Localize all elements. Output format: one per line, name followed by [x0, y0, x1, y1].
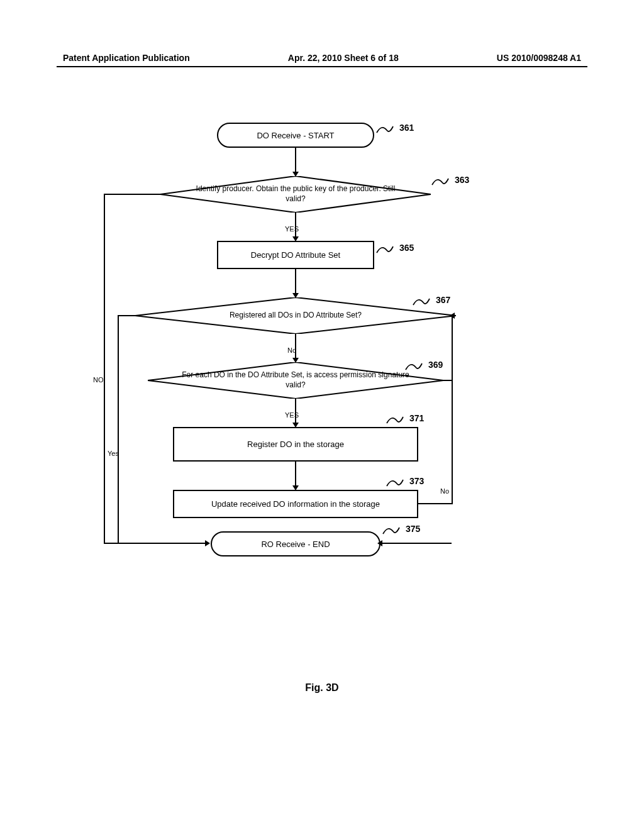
- ref-swoosh-375: [382, 525, 401, 536]
- process-365: Decrypt DO Attribute Set: [217, 241, 374, 269]
- edge-369-yes: YES: [285, 411, 299, 419]
- edge-363-no: NO: [93, 376, 104, 384]
- decision-363: Identify producer. Obtain the public key…: [160, 176, 431, 213]
- header-rule: [57, 66, 587, 67]
- terminator-start: DO Receive - START: [217, 123, 374, 148]
- ref-swoosh-371: [386, 414, 404, 426]
- ref-373: 373: [409, 476, 424, 486]
- flowchart-diagram: DO Receive - START 361 Identify producer…: [91, 123, 531, 670]
- node-373-text: Update received DO information in the st…: [211, 499, 380, 509]
- ref-361: 361: [399, 123, 414, 133]
- node-365-text: Decrypt DO Attribute Set: [251, 250, 340, 260]
- ref-swoosh-361: [375, 124, 394, 135]
- ref-swoosh-363: [431, 176, 450, 187]
- node-371-text: Register DO in the storage: [247, 440, 344, 449]
- ref-369: 369: [428, 360, 443, 370]
- ref-367: 367: [436, 295, 450, 305]
- edge-369-no: No: [440, 487, 449, 495]
- figure-caption: Fig. 3D: [0, 682, 644, 694]
- ref-375: 375: [406, 524, 420, 534]
- ref-363: 363: [455, 175, 469, 185]
- decision-367: Registered all DOs in DO Attribute Set?: [135, 297, 456, 334]
- ref-swoosh-365: [375, 244, 394, 255]
- header-center: Apr. 22, 2010 Sheet 6 of 18: [288, 53, 399, 63]
- ref-365: 365: [399, 243, 414, 253]
- process-373: Update received DO information in the st…: [173, 490, 418, 518]
- header-left: Patent Application Publication: [63, 53, 190, 63]
- node-369-text: For each DO in the DO Attribute Set, is …: [148, 370, 443, 390]
- edge-363-yes: YES: [285, 225, 299, 233]
- decision-369: For each DO in the DO Attribute Set, is …: [148, 362, 443, 399]
- node-363-text: Identify producer. Obtain the public key…: [160, 184, 431, 204]
- ref-371: 371: [409, 413, 424, 423]
- edge-367-no: No: [287, 346, 296, 354]
- process-371: Register DO in the storage: [173, 427, 418, 462]
- ref-swoosh-367: [412, 296, 431, 307]
- node-367-text: Registered all DOs in DO Attribute Set?: [204, 311, 387, 321]
- edge-367-yes: Yes: [108, 450, 119, 457]
- header-right: US 2010/0098248 A1: [497, 53, 581, 63]
- node-375-text: RO Receive - END: [261, 540, 330, 549]
- ref-swoosh-373: [386, 477, 404, 489]
- node-361-text: DO Receive - START: [257, 131, 334, 140]
- terminator-end: RO Receive - END: [211, 531, 380, 556]
